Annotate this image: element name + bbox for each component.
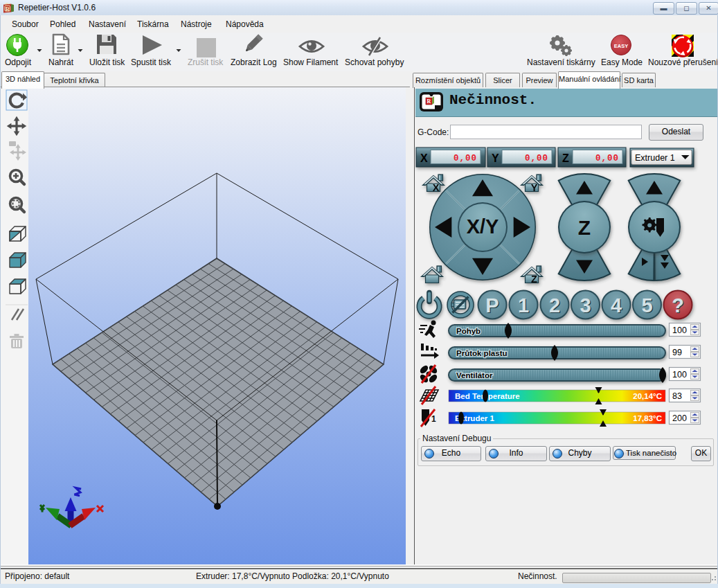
- svg-text:?: ?: [672, 294, 684, 317]
- svg-text:Y: Y: [531, 182, 538, 193]
- svg-text:200: 200: [672, 413, 687, 423]
- svg-text:R: R: [427, 98, 431, 105]
- svg-text:100: 100: [672, 370, 687, 380]
- svg-text:0,00: 0,00: [454, 154, 477, 163]
- svg-text:Extruder 1: Extruder 1: [635, 153, 675, 163]
- svg-text:Z: Z: [562, 152, 569, 164]
- svg-text:X/Y: X/Y: [467, 215, 499, 238]
- svg-text:X: X: [433, 182, 440, 193]
- svg-text:5: 5: [641, 294, 652, 317]
- svg-text:P: P: [485, 294, 499, 317]
- svg-text:99: 99: [672, 348, 682, 357]
- svg-text:X: X: [420, 152, 428, 164]
- svg-text:20,14°C: 20,14°C: [633, 392, 662, 400]
- svg-text:17,83°C: 17,83°C: [633, 414, 662, 422]
- svg-text:Pohyb: Pohyb: [456, 327, 481, 335]
- svg-text:Z: Z: [578, 216, 591, 239]
- svg-text:R: R: [5, 6, 10, 12]
- svg-text:3: 3: [580, 294, 591, 317]
- svg-text:0,00: 0,00: [595, 154, 619, 163]
- svg-text:2: 2: [549, 294, 560, 317]
- svg-text:1: 1: [431, 414, 436, 424]
- svg-text:Průtok plastu: Průtok plastu: [456, 349, 507, 357]
- svg-text:Ventilátor: Ventilátor: [456, 371, 493, 380]
- svg-text:100: 100: [672, 326, 687, 335]
- svg-text:EASY: EASY: [614, 43, 628, 49]
- svg-text:1: 1: [518, 294, 529, 317]
- svg-text:0,00: 0,00: [525, 154, 548, 163]
- svg-text:83: 83: [672, 391, 682, 401]
- svg-text:Y: Y: [492, 152, 499, 164]
- svg-text:4: 4: [611, 294, 622, 317]
- svg-text:Z: Z: [531, 274, 537, 285]
